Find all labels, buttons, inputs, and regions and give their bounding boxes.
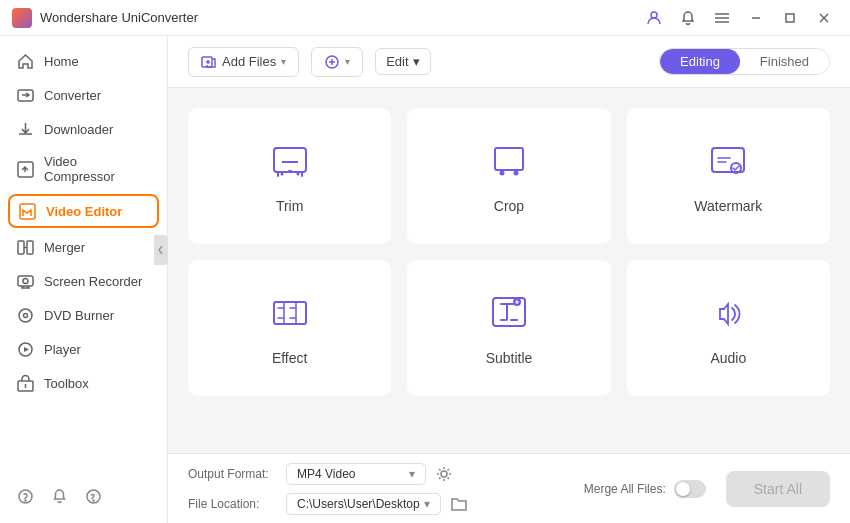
trim-card[interactable]: Trim <box>188 108 391 244</box>
add-files-button[interactable]: Add Files ▾ <box>188 47 299 77</box>
file-location-value: C:\Users\User\Desktop <box>297 497 420 511</box>
sidebar-item-home[interactable]: Home <box>0 44 167 78</box>
dvd-icon <box>16 306 34 324</box>
output-format-select[interactable]: MP4 Video ▾ <box>286 463 426 485</box>
watermark-icon <box>704 138 752 186</box>
svg-point-40 <box>441 471 447 477</box>
maximize-button[interactable] <box>776 8 804 28</box>
bell-icon[interactable] <box>674 8 702 28</box>
home-icon <box>16 52 34 70</box>
merge-group: Merge All Files: <box>584 480 706 498</box>
output-format-settings-icon[interactable] <box>434 464 454 484</box>
crop-card[interactable]: Crop <box>407 108 610 244</box>
file-location-select[interactable]: C:\Users\User\Desktop ▾ <box>286 493 441 515</box>
file-location-label: File Location: <box>188 497 278 511</box>
svg-point-15 <box>19 309 32 322</box>
add-files-label: Add Files <box>222 54 276 69</box>
sidebar-label-screen-recorder: Screen Recorder <box>44 274 142 289</box>
svg-rect-29 <box>288 170 292 172</box>
sidebar-item-video-editor[interactable]: Video Editor <box>8 194 159 228</box>
file-location-field: File Location: C:\Users\User\Desktop ▾ <box>188 493 544 515</box>
svg-rect-35 <box>274 302 306 324</box>
sidebar-item-merger[interactable]: Merger <box>0 230 167 264</box>
converter-icon <box>16 86 34 104</box>
file-location-chevron: ▾ <box>424 497 430 511</box>
add-button[interactable]: ▾ <box>311 47 363 77</box>
add-files-chevron: ▾ <box>281 56 286 67</box>
title-bar-controls <box>640 8 838 28</box>
sidebar-item-player[interactable]: Player <box>0 332 167 366</box>
sidebar-label-home: Home <box>44 54 79 69</box>
sidebar-item-dvd-burner[interactable]: DVD Burner <box>0 298 167 332</box>
bottom-bar: Output Format: MP4 Video ▾ File Location… <box>168 453 850 523</box>
feedback-icon[interactable] <box>84 487 102 505</box>
audio-icon <box>704 290 752 338</box>
grid-area: Trim Crop <box>168 88 850 453</box>
editor-icon <box>18 202 36 220</box>
main-layout: Home Converter Downloader <box>0 36 850 523</box>
user-icon[interactable] <box>640 8 668 28</box>
screen-icon <box>16 272 34 290</box>
title-bar-left: Wondershare UniConverter <box>12 8 198 28</box>
notification-icon[interactable] <box>50 487 68 505</box>
subtitle-label: Subtitle <box>486 350 533 366</box>
close-button[interactable] <box>810 8 838 28</box>
edit-chevron: ▾ <box>413 54 420 69</box>
sidebar-label-toolbox: Toolbox <box>44 376 89 391</box>
svg-rect-13 <box>18 276 33 286</box>
svg-point-28 <box>296 173 299 176</box>
minimize-button[interactable] <box>742 8 770 28</box>
subtitle-icon <box>485 290 533 338</box>
effect-card[interactable]: Effect <box>188 260 391 396</box>
file-location-folder-icon[interactable] <box>449 494 469 514</box>
sidebar-item-toolbox[interactable]: Toolbox <box>0 366 167 400</box>
edit-dropdown[interactable]: Edit ▾ <box>375 48 430 75</box>
audio-card[interactable]: Audio <box>627 260 830 396</box>
svg-point-23 <box>93 500 94 501</box>
effect-icon <box>266 290 314 338</box>
bottom-fields: Output Format: MP4 Video ▾ File Location… <box>188 463 544 515</box>
watermark-card[interactable]: Watermark <box>627 108 830 244</box>
sidebar: Home Converter Downloader <box>0 36 168 523</box>
tab-group: Editing Finished <box>659 48 830 75</box>
sidebar-item-downloader[interactable]: Downloader <box>0 112 167 146</box>
output-format-value: MP4 Video <box>297 467 355 481</box>
app-title: Wondershare UniConverter <box>40 10 198 25</box>
merge-toggle[interactable] <box>674 480 706 498</box>
tab-finished[interactable]: Finished <box>740 49 829 74</box>
merge-label: Merge All Files: <box>584 482 666 496</box>
audio-label: Audio <box>710 350 746 366</box>
sidebar-label-merger: Merger <box>44 240 85 255</box>
sidebar-item-video-compressor[interactable]: Video Compressor <box>0 146 167 192</box>
svg-point-16 <box>23 313 27 317</box>
toolbox-icon <box>16 374 34 392</box>
svg-rect-30 <box>495 148 523 170</box>
title-bar: Wondershare UniConverter <box>0 0 850 36</box>
output-format-label: Output Format: <box>188 467 278 481</box>
main-content: Add Files ▾ ▾ Edit ▾ Editing Finished <box>168 36 850 523</box>
sidebar-label-converter: Converter <box>44 88 101 103</box>
output-format-chevron: ▾ <box>409 467 415 481</box>
svg-rect-5 <box>786 14 794 22</box>
sidebar-label-dvd-burner: DVD Burner <box>44 308 114 323</box>
downloader-icon <box>16 120 34 138</box>
merger-icon <box>16 238 34 256</box>
sidebar-collapse-button[interactable] <box>154 235 168 265</box>
help-icon[interactable] <box>16 487 34 505</box>
subtitle-card[interactable]: Subtitle <box>407 260 610 396</box>
player-icon <box>16 340 34 358</box>
sidebar-item-screen-recorder[interactable]: Screen Recorder <box>0 264 167 298</box>
sidebar-item-converter[interactable]: Converter <box>0 78 167 112</box>
trim-label: Trim <box>276 198 303 214</box>
svg-rect-12 <box>27 241 33 254</box>
start-all-button[interactable]: Start All <box>726 471 830 507</box>
svg-point-0 <box>651 12 657 18</box>
watermark-label: Watermark <box>694 198 762 214</box>
svg-point-32 <box>513 171 518 176</box>
sidebar-label-video-editor: Video Editor <box>46 204 122 219</box>
sidebar-label-video-compressor: Video Compressor <box>44 154 151 184</box>
tab-editing[interactable]: Editing <box>660 49 740 74</box>
menu-icon[interactable] <box>708 8 736 28</box>
edit-label: Edit <box>386 54 408 69</box>
toolbar: Add Files ▾ ▾ Edit ▾ Editing Finished <box>168 36 850 88</box>
